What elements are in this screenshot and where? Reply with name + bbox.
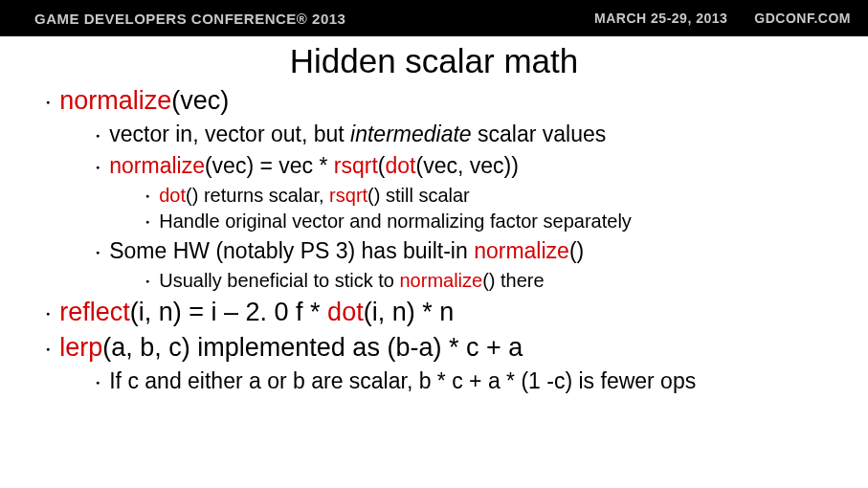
bullet-icon: ●: [145, 277, 149, 284]
bullet-text: normalize(vec) = vec * rsqrt(dot(vec, ve…: [109, 153, 519, 179]
bullet-fewer-ops: ● If c and either a or b are scalar, b *…: [96, 368, 868, 394]
bullet-ps3-normalize: ● Some HW (notably PS 3) has built-in no…: [96, 238, 868, 264]
conference-header: GAME DEVELOPERS CONFERENCE® 2013 MARCH 2…: [0, 0, 868, 36]
bullet-icon: ●: [96, 379, 100, 386]
bullet-text: reflect(i, n) = i – 2. 0 f * dot(i, n) *…: [59, 298, 454, 327]
bullet-icon: ●: [96, 249, 100, 255]
bullet-icon: ●: [46, 345, 50, 352]
bullet-list-level2: ● Some HW (notably PS 3) has built-in no…: [0, 238, 868, 264]
bullet-text: Usually beneficial to stick to normalize…: [159, 270, 544, 292]
bullet-normalize: ● normalize(vec): [46, 86, 868, 116]
bullet-text: Handle original vector and normalizing f…: [159, 211, 632, 233]
bullet-dot-scalar: ● dot() returns scalar, rsqrt() still sc…: [145, 185, 868, 207]
bullet-list-level1: ● reflect(i, n) = i – 2. 0 f * dot(i, n)…: [0, 298, 868, 363]
slide-body: Hidden scalar math ● normalize(vec) ● ve…: [0, 36, 868, 394]
bullet-text: normalize(vec): [59, 86, 229, 116]
header-date: MARCH 25-29, 2013: [594, 11, 727, 26]
bullet-icon: ●: [145, 218, 149, 225]
header-right-group: MARCH 25-29, 2013 GDCONF.COM: [594, 11, 851, 26]
bullet-icon: ●: [46, 310, 50, 317]
bullet-icon: ●: [96, 132, 100, 139]
bullet-list-level2: ● If c and either a or b are scalar, b *…: [0, 368, 868, 394]
bullet-stick-normalize: ● Usually beneficial to stick to normali…: [145, 270, 868, 292]
bullet-list-level1: ● normalize(vec): [0, 86, 868, 116]
header-site: GDCONF.COM: [754, 11, 851, 26]
bullet-handle-separately: ● Handle original vector and normalizing…: [145, 211, 868, 233]
bullet-icon: ●: [145, 192, 149, 199]
header-conference-name: GAME DEVELOPERS CONFERENCE® 2013: [34, 11, 345, 27]
bullet-list-level2: ● vector in, vector out, but intermediat…: [0, 122, 868, 179]
bullet-icon: ●: [96, 164, 100, 170]
bullet-reflect: ● reflect(i, n) = i – 2. 0 f * dot(i, n)…: [46, 298, 868, 327]
bullet-lerp: ● lerp(a, b, c) implemented as (b-a) * c…: [46, 333, 868, 363]
bullet-list-level3: ● dot() returns scalar, rsqrt() still sc…: [0, 185, 868, 233]
bullet-icon: ●: [46, 99, 50, 105]
bullet-text: lerp(a, b, c) implemented as (b-a) * c +…: [59, 333, 523, 363]
bullet-text: If c and either a or b are scalar, b * c…: [109, 368, 696, 394]
slide-title: Hidden scalar math: [0, 42, 868, 80]
bullet-text: dot() returns scalar, rsqrt() still scal…: [159, 185, 470, 207]
bullet-list-level3: ● Usually beneficial to stick to normali…: [0, 270, 868, 292]
bullet-text: vector in, vector out, but intermediate …: [109, 122, 606, 147]
bullet-vector-in-out: ● vector in, vector out, but intermediat…: [96, 122, 868, 147]
bullet-text: Some HW (notably PS 3) has built-in norm…: [109, 238, 584, 264]
bullet-normalize-eq: ● normalize(vec) = vec * rsqrt(dot(vec, …: [96, 153, 868, 179]
